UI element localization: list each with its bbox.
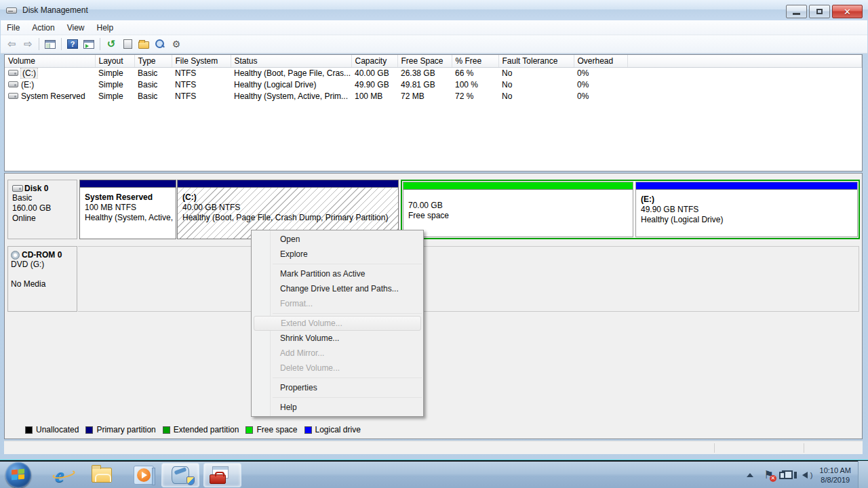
menu-item-add-mirror: Add Mirror...: [252, 346, 423, 361]
disk0-label-panel[interactable]: Disk 0 Basic 160.00 GB Online: [7, 180, 77, 239]
menu-action[interactable]: Action: [26, 21, 60, 35]
show-actions-pane-button[interactable]: [81, 37, 96, 52]
show-hidden-icons-button[interactable]: [747, 473, 753, 477]
menu-help[interactable]: Help: [91, 21, 120, 35]
folder-icon: [92, 468, 112, 483]
disk0-type: Basic: [12, 193, 74, 203]
cdrom-label-panel[interactable]: CD-ROM 0 DVD (G:) No Media: [7, 246, 77, 312]
free-space-swatch: [245, 426, 253, 434]
help-icon: ?: [67, 39, 78, 49]
help-button[interactable]: ?: [65, 37, 80, 52]
rescan-button[interactable]: [120, 37, 135, 52]
open-button[interactable]: [136, 37, 151, 52]
menu-item-extend-volume: Extend Volume...: [254, 316, 421, 331]
menu-view[interactable]: View: [61, 21, 91, 35]
menu-item-explore[interactable]: Explore: [252, 247, 423, 262]
close-button[interactable]: ✕: [832, 5, 863, 18]
volume-icon: [8, 93, 18, 99]
context-menu: Open Explore Mark Partition as Active Ch…: [251, 230, 424, 417]
disk0-status: Online: [12, 214, 74, 224]
table-row-e[interactable]: (E:) Simple Basic NTFS Healthy (Logical …: [5, 79, 862, 90]
internet-explorer-icon: e: [55, 464, 64, 487]
uac-shield-icon: [186, 476, 195, 485]
col-overhead[interactable]: Overhead: [574, 55, 627, 67]
toolbar-separator: [61, 38, 62, 50]
menu-file[interactable]: File: [1, 21, 26, 35]
menu-separator: [273, 378, 422, 378]
close-icon: ✕: [844, 7, 851, 17]
minimize-button[interactable]: [786, 5, 807, 18]
col-layout[interactable]: Layout: [95, 55, 134, 67]
col-file-system[interactable]: File System: [172, 55, 231, 67]
restore-button[interactable]: [809, 5, 830, 18]
system-tray: ⚑✕ ) 10:10 AM 8/8/2019: [747, 462, 868, 488]
primary-partition-swatch: [85, 426, 93, 434]
col-pct-free[interactable]: % Free: [452, 55, 498, 67]
col-capacity[interactable]: Capacity: [351, 55, 397, 67]
magnifier-icon: [155, 39, 165, 49]
settings-button[interactable]: ⚙: [169, 37, 184, 52]
menu-separator: [273, 313, 422, 314]
legend-extended-partition: Extended partition: [163, 425, 239, 434]
toolbar: ⇦ ⇨ ? ↺ ⚙: [1, 35, 867, 54]
back-arrow-icon: ⇦: [7, 38, 16, 50]
legend-logical-drive: Logical drive: [304, 425, 361, 434]
forward-button[interactable]: ⇨: [20, 37, 35, 52]
legend-primary-partition: Primary partition: [85, 425, 155, 434]
menu-item-change-drive-letter[interactable]: Change Drive Letter and Paths...: [252, 281, 423, 296]
partition-e[interactable]: (E:) 49.90 GB NTFS Healthy (Logical Driv…: [635, 182, 858, 237]
col-filler: [627, 55, 862, 67]
media-player-icon: [134, 466, 154, 485]
gear-icon: ⚙: [172, 39, 181, 49]
statusbar: [4, 441, 863, 454]
table-row-system-reserved[interactable]: System Reserved Simple Basic NTFS Health…: [5, 90, 862, 102]
media-player-button[interactable]: [130, 462, 157, 488]
taskbar-clock[interactable]: 10:10 AM 8/8/2019: [820, 466, 851, 485]
table-row-c[interactable]: (C:) Simple Basic NTFS Healthy (Boot, Pa…: [5, 67, 862, 79]
toolbar-separator: [100, 38, 100, 50]
primary-partition-bar: [80, 180, 176, 188]
find-button[interactable]: [153, 37, 167, 52]
app-icon: [6, 5, 18, 16]
menu-item-help[interactable]: Help: [252, 400, 423, 415]
show-console-tree-button[interactable]: [43, 37, 58, 52]
refresh-button[interactable]: ↺: [104, 37, 119, 52]
menu-item-shrink-volume[interactable]: Shrink Volume...: [252, 331, 423, 346]
window-title: Disk Management: [22, 5, 88, 15]
col-type[interactable]: Type: [134, 55, 172, 67]
speaker-icon[interactable]: [802, 472, 808, 479]
menu-item-format: Format...: [252, 296, 423, 311]
minimize-icon: [793, 13, 800, 15]
cdrom-media-area: [78, 246, 859, 312]
back-button[interactable]: ⇦: [4, 37, 19, 52]
col-free-space[interactable]: Free Space: [397, 55, 452, 67]
col-volume[interactable]: Volume: [5, 55, 95, 67]
partition-system-reserved[interactable]: System Reserved 100 MB NTFS Healthy (Sys…: [79, 180, 176, 239]
menu-item-properties[interactable]: Properties: [252, 380, 423, 395]
windows-logo-icon: [12, 469, 24, 481]
extended-partition-container: 70.00 GB Free space (E:) 49.90 GB NTFS H…: [401, 180, 860, 239]
free-space-block[interactable]: 70.00 GB Free space: [403, 182, 633, 237]
primary-partition-bar: [178, 180, 398, 188]
start-button[interactable]: [5, 462, 31, 488]
titlebar[interactable]: Disk Management ✕: [0, 0, 868, 20]
disk0-row: Disk 0 Basic 160.00 GB Online System Res…: [7, 180, 860, 239]
volume-list-pane: Volume Layout Type File System Status Ca…: [4, 54, 863, 171]
col-fault-tolerance[interactable]: Fault Tolerance: [498, 55, 574, 67]
disk-management-taskbar-button[interactable]: [161, 463, 199, 487]
menu-item-open[interactable]: Open: [252, 232, 423, 247]
extended-partition-swatch: [163, 426, 170, 434]
network-icon[interactable]: [782, 470, 793, 479]
menu-item-delete-volume: Delete Volume...: [252, 361, 423, 375]
internet-explorer-button[interactable]: e: [46, 462, 73, 488]
admin-tools-taskbar-button[interactable]: [203, 463, 241, 487]
volume-icon: [8, 70, 18, 76]
show-desktop-button[interactable]: [858, 461, 868, 488]
forward-arrow-icon: ⇨: [24, 38, 33, 50]
volume-icon: [8, 81, 18, 87]
windows-explorer-button[interactable]: [88, 462, 115, 488]
unallocated-swatch: [25, 426, 33, 434]
menu-item-mark-partition-active[interactable]: Mark Partition as Active: [252, 266, 423, 281]
col-status[interactable]: Status: [231, 55, 351, 67]
action-center-button[interactable]: ⚑✕: [764, 468, 774, 481]
